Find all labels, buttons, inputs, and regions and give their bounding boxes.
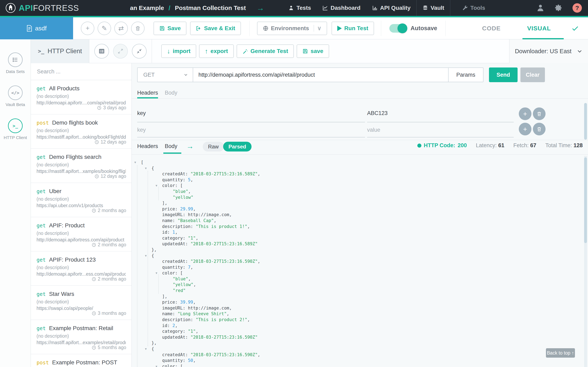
request-list-item[interactable]: getAPIF: Product 123 (no description) ht… — [31, 251, 131, 286]
delete-header-button[interactable] — [533, 123, 545, 135]
request-list-item[interactable]: getStar Wars (no description) https://sw… — [31, 286, 131, 320]
breadcrumb-page[interactable]: Postman Collection Test — [175, 4, 246, 11]
terminal-icon: >_ — [8, 118, 23, 133]
latency-label: Latency: — [476, 142, 497, 149]
json-expander-icon[interactable]: ▼ — [134, 159, 136, 165]
tab-visual[interactable]: VISUAL — [527, 25, 551, 32]
nav-item-tests[interactable]: Tests — [283, 0, 317, 16]
nav-item-dashboard[interactable]: Dashboard — [317, 0, 366, 16]
header-value-input-empty[interactable] — [367, 123, 514, 137]
rail-item-vault-beta[interactable]: </> Vault Beta — [6, 85, 25, 107]
request-name: APIF: Product 123 — [49, 257, 96, 263]
tab-code[interactable]: CODE — [482, 25, 501, 32]
help-icon[interactable]: ? — [572, 3, 582, 13]
json-line: ▼color: [ — [132, 364, 588, 367]
save-button[interactable]: Save — [154, 22, 186, 35]
nav-item-vault[interactable]: Vault — [417, 0, 450, 16]
parsed-toggle[interactable]: Parsed — [223, 142, 251, 151]
request-list-item[interactable]: getUber (no description) https://api.ube… — [31, 183, 131, 217]
trash-icon — [536, 126, 542, 132]
url-field — [193, 67, 449, 82]
raw-toggle[interactable]: Raw — [203, 142, 224, 151]
request-list-item[interactable]: getExample Postman: Retail (no descripti… — [31, 320, 131, 354]
breadcrumb-arrow-icon[interactable]: → — [256, 5, 264, 11]
request-age-text: 2 months ago — [98, 242, 126, 248]
json-expander-icon[interactable]: ▼ — [156, 183, 157, 189]
add-header-button[interactable]: + — [519, 123, 531, 135]
response-tab-headers[interactable]: Headers — [137, 143, 158, 150]
save-request-button[interactable]: save — [297, 44, 329, 58]
breadcrumb-project[interactable]: an Example — [130, 4, 164, 11]
header-key-input[interactable] — [137, 104, 365, 122]
request-description: (no description) — [36, 196, 126, 202]
params-button[interactable]: Params — [448, 67, 484, 82]
search-input[interactable] — [31, 68, 131, 75]
expand-panel-button[interactable] — [113, 44, 128, 58]
request-list-item[interactable]: postDemo flights book (no description) h… — [31, 114, 131, 149]
url-input[interactable] — [193, 72, 448, 78]
rail-label: Vault Beta — [6, 102, 25, 107]
request-tab-body[interactable]: Body — [165, 90, 177, 96]
gear-icon[interactable] — [554, 3, 563, 12]
response-scrollbar[interactable] — [584, 157, 587, 243]
downloader-select[interactable]: Downloader: US East — [509, 39, 588, 63]
delete-test-button[interactable] — [131, 22, 145, 35]
request-age: 2 months ago — [92, 242, 126, 248]
json-expander-icon[interactable]: ▼ — [145, 346, 147, 352]
terminal-prompt-icon: >_ — [38, 48, 44, 54]
collapse-panel-button[interactable] — [132, 44, 147, 58]
method-badge: get — [36, 325, 46, 331]
export-button[interactable]: ↑export — [199, 44, 234, 58]
clear-button[interactable]: Clear — [520, 67, 545, 82]
search-box — [31, 63, 131, 80]
rail-item-data-sets[interactable]: Data Sets — [6, 52, 25, 74]
header-value-input[interactable] — [367, 104, 514, 122]
header-key-input-empty[interactable] — [137, 123, 365, 137]
send-button[interactable]: Send — [489, 67, 518, 82]
request-list-item[interactable]: getDemo Flights search (no description) … — [31, 149, 131, 183]
json-tree: ▼[▼{createdAt: "2018-03-27T15:23:16.589Z… — [132, 155, 588, 367]
json-expander-icon[interactable]: ▼ — [145, 165, 147, 171]
floppy-icon — [159, 25, 165, 31]
brand[interactable]: APIFORTRESS — [5, 3, 79, 13]
add-test-button[interactable]: + — [81, 22, 94, 35]
back-to-top-button[interactable]: Back to top ↑ — [546, 348, 575, 358]
environments-dropdown[interactable]: Environments ∨ — [257, 22, 327, 35]
save-exit-button[interactable]: Save & Exit — [190, 22, 241, 35]
breadcrumb-separator: / — [169, 4, 171, 12]
arrow-down-icon: ↓ — [167, 48, 170, 55]
arrow-up-icon: ↑ — [205, 48, 208, 55]
json-line: createdAt: "2018-03-27T15:23:16.590Z", — [132, 352, 588, 358]
add-header-button[interactable]: + — [519, 108, 531, 120]
run-test-button[interactable]: Run Test — [332, 22, 374, 35]
clock-icon — [95, 140, 99, 144]
request-form-button[interactable] — [94, 44, 109, 58]
nav-label: API Quality — [380, 5, 411, 11]
request-tab-underline — [137, 97, 158, 99]
request-list-item[interactable]: getAll Products (no description) http://… — [31, 80, 131, 114]
json-expander-icon[interactable]: ▼ — [156, 270, 157, 276]
downloader-label: Downloader: US East — [515, 48, 571, 55]
json-expander-icon[interactable]: ▼ — [156, 364, 157, 367]
json-expander-icon[interactable]: ▼ — [145, 253, 147, 259]
nav-item-tools[interactable]: Tools — [457, 0, 491, 16]
swap-test-button[interactable]: ⇄ — [114, 22, 128, 35]
request-tab-headers[interactable]: Headers — [137, 90, 158, 96]
autosave-toggle[interactable] — [389, 24, 406, 33]
nav-item-api-quality[interactable]: API Quality — [366, 0, 416, 16]
response-tab-body[interactable]: Body — [165, 143, 177, 150]
rail-item-http-client[interactable]: >_ HTTP Client — [4, 118, 27, 140]
top-navbar: APIFORTRESS an Example / Postman Collect… — [0, 0, 588, 16]
user-icon[interactable] — [536, 4, 545, 12]
generate-test-button[interactable]: Generate Test — [237, 44, 294, 58]
delete-header-button[interactable] — [533, 108, 545, 120]
method-select[interactable]: GET — [137, 67, 193, 82]
headers-scrollbar[interactable] — [584, 103, 587, 140]
request-list-item[interactable]: getAPIF: Product (no description) http:/… — [31, 217, 131, 251]
request-list-item[interactable]: postExample Postman: POST Refresh Token — [31, 354, 131, 367]
request-age: 2 months ago — [92, 208, 126, 213]
edit-test-button[interactable]: ✎ — [98, 22, 111, 35]
active-test-tab[interactable]: asdf — [0, 17, 73, 39]
import-button[interactable]: ↓import — [161, 44, 196, 58]
toolbar-divider — [381, 21, 381, 36]
